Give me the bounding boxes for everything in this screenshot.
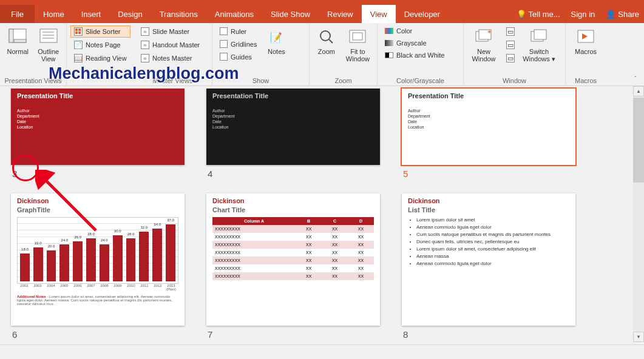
group-label-zoom: Zoom xyxy=(313,75,373,86)
slide8-list: Lorem ipsum dolor sit amet Aenean commod… xyxy=(408,217,569,266)
slide-thumb-8[interactable]: Dickinson List Title Lorem ipsum dolor s… xyxy=(402,193,575,326)
transitions-tab[interactable]: Transitions xyxy=(151,5,206,23)
normal-view-icon xyxy=(8,27,27,47)
slide8-title: List Title xyxy=(408,206,569,213)
zoom-button[interactable]: Zoom xyxy=(313,24,340,74)
slide3-info: Author Department Date Location xyxy=(17,108,178,130)
gray-swatch-icon xyxy=(385,40,393,46)
slide-number-8: 8 xyxy=(403,329,575,340)
arrange-icon: ▭ xyxy=(506,27,515,36)
ruler-checkbox[interactable]: Ruler xyxy=(216,25,260,37)
collapse-ribbon-button[interactable]: ˆ xyxy=(629,73,642,84)
scroll-thumb[interactable] xyxy=(633,98,644,183)
scroll-track[interactable] xyxy=(633,96,644,332)
group-label-master-views: Master Views xyxy=(137,75,208,86)
move-split-button[interactable]: ▭ xyxy=(503,52,518,64)
slide-thumb-4[interactable]: Presentation Title Author Department Dat… xyxy=(206,89,380,165)
svg-rect-1 xyxy=(9,29,13,42)
bulb-icon: 💡 xyxy=(517,10,526,19)
svg-line-12 xyxy=(329,39,333,43)
color-button[interactable]: Color xyxy=(381,25,448,36)
new-window-button[interactable]: ✶ NewWindow xyxy=(467,24,500,74)
fit-window-icon xyxy=(348,27,367,47)
slide-master-icon: ▫ xyxy=(141,27,149,36)
view-tab[interactable]: View xyxy=(362,5,396,23)
slide6-xaxis: 2002200320042005200620072008200920102011… xyxy=(17,284,178,291)
insert-tab[interactable]: Insert xyxy=(73,5,110,23)
slide-thumb-7[interactable]: Dickinson Chart Title Column ABCD XXXXXX… xyxy=(206,193,380,326)
arrange-all-button[interactable]: ▭ xyxy=(503,25,518,38)
slide4-info: Author Department Date Location xyxy=(212,108,374,130)
scroll-down-button[interactable]: ▼ xyxy=(633,332,644,342)
home-tab[interactable]: Home xyxy=(35,5,73,23)
guides-checkbox[interactable]: Guides xyxy=(216,51,260,62)
checkbox-icon xyxy=(220,40,228,48)
chevron-down-icon: ▾ xyxy=(552,55,555,62)
slide-thumb-5[interactable]: Presentation Title Author Department Dat… xyxy=(402,89,575,165)
animations-tab[interactable]: Animations xyxy=(206,5,262,23)
slide-thumb-3[interactable]: Presentation Title Author Department Dat… xyxy=(11,89,185,165)
review-tab[interactable]: Review xyxy=(319,5,362,23)
group-label-pres-views: Presentation Views xyxy=(4,75,63,86)
slide-sorter-button[interactable]: Slide Sorter xyxy=(70,25,130,38)
reading-view-icon: 📖 xyxy=(74,54,83,62)
slide-number-6: 6 xyxy=(12,329,185,340)
new-window-icon: ✶ xyxy=(474,27,493,47)
black-white-button[interactable]: Black and White xyxy=(381,50,448,61)
notes-page-icon: 📄 xyxy=(74,41,83,49)
group-label-show: Show xyxy=(216,75,305,86)
svg-rect-13 xyxy=(350,30,365,42)
tell-me[interactable]: 💡Tell me... xyxy=(512,10,565,19)
slide5-info: Author Department Date Location xyxy=(408,108,569,130)
slide5-title: Presentation Title xyxy=(408,92,569,99)
slide3-title: Presentation Title xyxy=(17,92,178,99)
slide-number-4: 4 xyxy=(208,169,380,179)
zoom-icon xyxy=(317,27,336,47)
group-label-macros: Macros xyxy=(569,75,602,86)
handout-master-icon: ▫ xyxy=(141,41,149,49)
slide8-brand: Dickinson xyxy=(408,197,569,204)
user-icon: 👤 xyxy=(606,10,615,19)
slide-thumb-6[interactable]: Dickinson GraphTitle 18.022.020.024.026.… xyxy=(11,193,185,326)
menu-bar: File Home Insert Design Transitions Anim… xyxy=(0,5,644,23)
svg-point-11 xyxy=(320,31,330,41)
slide6-title: GraphTitle xyxy=(17,206,178,213)
split-icon: ▭ xyxy=(506,54,515,62)
svg-rect-8 xyxy=(78,29,81,31)
scroll-up-button[interactable]: ▲ xyxy=(633,86,644,96)
slide6-chart: 18.022.020.024.026.028.024.030.028.032.0… xyxy=(17,217,178,284)
slide7-brand: Dickinson xyxy=(212,197,374,204)
design-tab[interactable]: Design xyxy=(109,5,151,23)
bw-swatch-icon xyxy=(385,52,393,58)
grayscale-button[interactable]: Grayscale xyxy=(381,38,448,49)
cascade-button[interactable]: ▭ xyxy=(503,39,518,51)
gridlines-checkbox[interactable]: Gridlines xyxy=(216,38,260,50)
file-tab[interactable]: File xyxy=(0,5,35,23)
notes-master-button[interactable]: ▫Notes Master xyxy=(137,52,203,64)
notes-page-button[interactable]: 📄Notes Page xyxy=(70,39,130,51)
notes-button[interactable]: 📝 Notes xyxy=(263,24,290,74)
handout-master-button[interactable]: ▫Handout Master xyxy=(137,39,203,51)
normal-view-button[interactable]: Normal xyxy=(4,24,32,74)
group-label-window: Window xyxy=(467,75,561,86)
svg-rect-9 xyxy=(75,32,78,34)
fit-to-window-button[interactable]: Fit toWindow xyxy=(342,24,373,74)
slide-master-button[interactable]: ▫Slide Master xyxy=(137,25,203,38)
vertical-scrollbar[interactable]: ▲ ▼ xyxy=(633,86,644,342)
macros-button[interactable]: Macros xyxy=(569,24,602,74)
group-label-color: Color/Grayscale xyxy=(381,75,459,86)
share-button[interactable]: 👤Share xyxy=(601,10,644,19)
svg-rect-2 xyxy=(14,39,26,42)
macros-icon xyxy=(576,27,595,47)
developer-tab[interactable]: Developer xyxy=(396,5,449,23)
notes-icon: 📝 xyxy=(266,27,286,47)
outline-view-icon xyxy=(39,27,58,47)
sign-in[interactable]: Sign in xyxy=(566,10,600,19)
switch-windows-button[interactable]: SwitchWindows ▾ xyxy=(521,24,557,74)
slideshow-tab[interactable]: Slide Show xyxy=(262,5,319,23)
slide6-notes: Additional Notes - Lorem ipsum dolor sit… xyxy=(17,295,178,306)
slide-number-3: 3 xyxy=(12,169,185,179)
slide6-brand: Dickinson xyxy=(17,197,178,204)
reading-view-button[interactable]: 📖Reading View xyxy=(70,52,130,64)
outline-view-button[interactable]: OutlineView xyxy=(35,24,63,74)
